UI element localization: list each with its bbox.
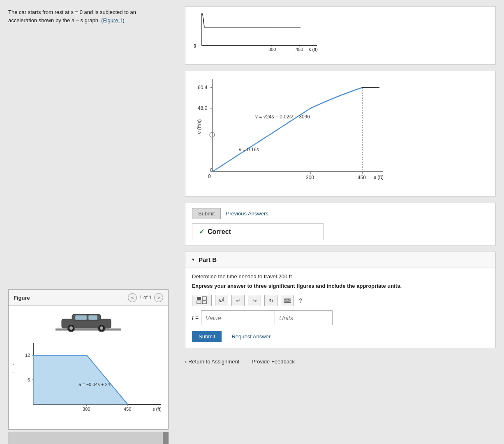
submit-button-gray[interactable]: Submit [192,208,221,219]
help-icon[interactable]: ? [299,297,302,304]
figure-next-button[interactable]: > [154,293,163,302]
svg-text:a (ft/s²): a (ft/s²) [13,363,14,378]
svg-rect-0 [55,328,121,331]
as-graph: a (ft/s²) s (ft) 12 6 300 450 [13,335,169,425]
svg-text:300: 300 [306,175,314,180]
figure-label: Figure [14,295,30,301]
provide-feedback-link[interactable]: Provide Feedback [252,358,295,365]
keyboard-button[interactable]: ⌨ [281,295,294,306]
problem-text-line1: The car starts from rest at s = 0 and is… [8,9,136,15]
request-answer-link[interactable]: Request Answer [231,333,270,340]
return-to-assignment-link[interactable]: ‹ Return to Assignment [185,358,239,365]
submit-row: Submit Previous Answers [192,208,489,219]
vs-graph-card: v (ft/s) s (ft) 60.4 48.0 300 450 0 0 [185,71,496,197]
part-b-content: Determine the time needed to travel 200 … [185,268,495,348]
submit-button-blue[interactable]: Submit [192,331,222,342]
svg-rect-8 [88,315,97,320]
part-b-section: ▼ Part B Determine the time needed to tr… [185,252,496,348]
part-b-question: Determine the time needed to travel 200 … [192,273,489,280]
svg-point-4 [69,326,73,330]
svg-point-6 [100,326,103,330]
checkmark-icon: ✓ [199,228,204,236]
svg-rect-7 [75,315,87,320]
figure-panel: Figure < 1 of 1 > [8,289,169,430]
correct-text: Correct [208,228,231,236]
svg-text:s (ft): s (ft) [309,47,318,52]
scrollbar-area[interactable] [8,432,169,444]
part-b-header: ▼ Part B [185,252,495,268]
svg-text:12: 12 [25,353,30,358]
mu-tool-button[interactable]: μÂ [215,295,228,306]
car-image [13,310,164,333]
svg-text:v (ft/s): v (ft/s) [196,119,202,134]
part-b-express: Express your answer to three significant… [192,283,489,289]
figure-link[interactable]: (Figure 1) [101,17,124,23]
problem-statement: The car starts from rest at s = 0 and is… [8,8,169,24]
input-row: t = [192,310,489,325]
figure-prev-button[interactable]: < [128,293,137,302]
submit-request-row: Submit Request Answer [192,331,489,342]
top-as-graph: s (ft) 0 0 300 450 [190,11,329,60]
svg-text:6: 6 [28,377,30,382]
undo-button[interactable]: ↩ [231,295,245,306]
graphs-row: s (ft) 0 0 300 450 [190,11,491,60]
svg-rect-56 [202,297,206,300]
part-b-title: Part B [199,256,217,263]
svg-rect-55 [197,297,201,300]
top-as-graph-svg: s (ft) 0 0 300 450 [190,11,321,56]
t-label: t = [192,314,199,321]
figure-nav: < 1 of 1 > [128,293,163,302]
redo-button[interactable]: ↪ [248,295,261,306]
svg-text:48.0: 48.0 [198,105,208,111]
refresh-button[interactable]: ↻ [264,295,277,306]
triangle-icon: ▼ [191,257,195,262]
svg-text:300: 300 [268,47,276,52]
problem-text-line2: acceleration shown by the a – s graph. [8,17,100,23]
svg-text:450: 450 [358,175,366,180]
svg-text:300: 300 [83,407,90,412]
svg-text:60.4: 60.4 [198,85,208,90]
figure-header: Figure < 1 of 1 > [9,290,168,306]
svg-text:0: 0 [208,173,211,179]
units-input[interactable] [275,310,333,325]
as-graph-svg: a (ft/s²) s (ft) 12 6 300 450 [13,335,169,425]
right-panel: s (ft) 0 0 300 450 [177,0,504,444]
svg-text:a = −0.04s + 24: a = −0.04s + 24 [79,382,110,387]
svg-rect-57 [197,301,201,304]
value-input[interactable] [201,310,275,325]
svg-text:s (ft): s (ft) [153,407,162,412]
svg-text:v = √24s − 0.02s² − 3096: v = √24s − 0.02s² − 3096 [255,114,310,120]
correct-box: ✓ Correct [192,223,324,240]
svg-text:450: 450 [296,47,303,52]
previous-answers-link[interactable]: Previous Answers [226,210,268,217]
top-graph-card: s (ft) 0 0 300 450 [185,6,496,65]
answer-area: Submit Previous Answers ✓ Correct [185,203,496,245]
figure-nav-count: 1 of 1 [139,295,152,301]
matrix-tool-button[interactable] [192,295,212,306]
car-svg [55,310,121,333]
svg-text:v = 0.16s: v = 0.16s [239,147,259,153]
svg-marker-21 [33,355,128,405]
vs-graph-svg: v (ft/s) s (ft) 60.4 48.0 300 450 0 0 [190,75,395,190]
toolbar-row: μÂ ↩ ↪ ↻ ⌨ ? [192,295,489,306]
svg-text:0: 0 [210,167,213,173]
svg-rect-58 [202,301,206,304]
svg-text:s (ft): s (ft) [374,174,384,180]
bottom-bar: ‹ Return to Assignment Provide Feedback [185,354,496,367]
svg-text:450: 450 [124,407,131,412]
matrix-icon [197,296,207,305]
figure-content: a (ft/s²) s (ft) 12 6 300 450 [9,306,168,429]
svg-text:0: 0 [194,43,196,48]
left-panel: The car starts from rest at s = 0 and is… [0,0,177,444]
scroll-thumb[interactable] [163,432,169,444]
